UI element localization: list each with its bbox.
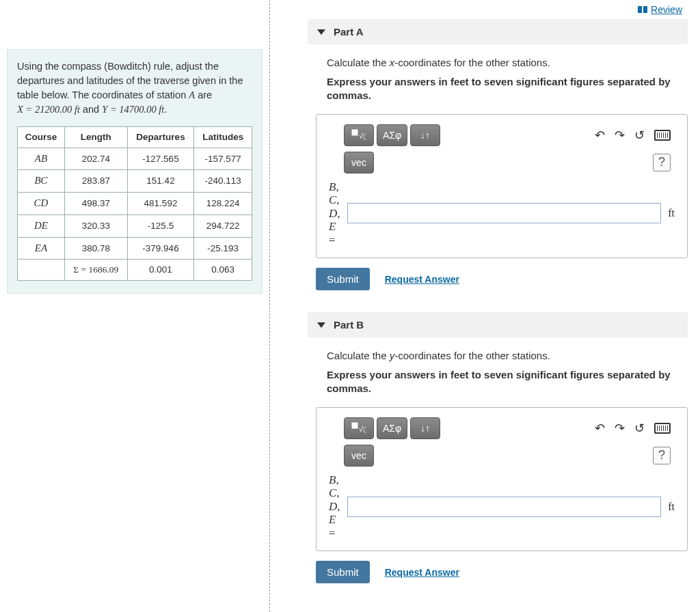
reset-icon[interactable]: ↺ xyxy=(634,128,645,143)
vec-group: vec xyxy=(344,152,374,173)
reset-icon[interactable]: ↺ xyxy=(634,421,645,436)
svg-text:√▢: √▢ xyxy=(359,425,366,433)
review-link[interactable]: Review xyxy=(308,0,688,15)
part-b-answer-box: √▢ ΑΣφ ↓↑ ↶ ↷ ↺ vec ? xyxy=(316,407,688,552)
part-a-express: Express your answers in feet to seven si… xyxy=(327,75,688,103)
vec-group: vec xyxy=(344,445,374,467)
cell-sum-dep: 0.001 xyxy=(127,260,194,281)
col-latitudes: Latitudes xyxy=(194,127,252,148)
undo-icon[interactable]: ↶ xyxy=(595,421,605,436)
cell-lat: -25.193 xyxy=(194,237,252,260)
keyboard-icon[interactable] xyxy=(654,130,671,141)
col-course: Course xyxy=(18,127,65,148)
table-row: CD 498.37 481.592 128.224 xyxy=(18,193,252,215)
cell-length: 283.87 xyxy=(64,170,127,193)
part-a-header[interactable]: Part A xyxy=(308,19,688,44)
svg-rect-2 xyxy=(352,423,358,428)
part-b-express: Express your answers in feet to seven si… xyxy=(327,368,688,396)
review-label: Review xyxy=(651,4,682,15)
toolbar-right: ↶ ↷ ↺ xyxy=(595,421,671,436)
part-a-answer-box: √▢ ΑΣφ ↓↑ ↶ ↷ ↺ vec ? xyxy=(316,114,688,259)
cell-lat: 294.722 xyxy=(194,214,252,237)
problem-info-box: Using the compass (Bowditch) rule, adjus… xyxy=(7,49,262,294)
part-a-title: Part A xyxy=(334,26,364,38)
cell-dep: -127.565 xyxy=(127,148,194,170)
request-answer-b[interactable]: Request Answer xyxy=(385,567,459,578)
vec-button[interactable]: vec xyxy=(344,152,374,173)
request-answer-a[interactable]: Request Answer xyxy=(385,274,459,285)
greek-button[interactable]: ΑΣφ xyxy=(377,124,407,146)
cell-length: 320.33 xyxy=(64,214,127,237)
help-button[interactable]: ? xyxy=(653,154,671,171)
help-button[interactable]: ? xyxy=(653,447,671,464)
var-labels-b: B,C,D,E= xyxy=(329,473,340,540)
cell-sum-lat: 0.063 xyxy=(194,260,252,281)
col-length: Length xyxy=(64,127,127,148)
redo-icon[interactable]: ↷ xyxy=(615,421,625,436)
unit-b: ft xyxy=(668,501,675,513)
part-b-prompt: Calculate the y-coordinates for the othe… xyxy=(327,350,688,361)
toolbar-left: √▢ ΑΣφ ↓↑ xyxy=(344,417,440,439)
chevron-down-icon xyxy=(317,29,325,35)
greek-button[interactable]: ΑΣφ xyxy=(377,417,407,439)
cell-lat: -157.577 xyxy=(194,148,252,170)
intro-text-2: are xyxy=(198,89,212,100)
eq-X: X = 21200.00 ft xyxy=(17,104,80,115)
cell-lat: 128.224 xyxy=(194,193,252,215)
book-icon xyxy=(637,5,648,14)
cell-dep: 481.592 xyxy=(127,193,194,215)
submit-button-b[interactable]: Submit xyxy=(316,561,370,583)
undo-icon[interactable]: ↶ xyxy=(595,128,605,143)
cell-dep: 151.42 xyxy=(127,170,194,193)
part-b-title: Part B xyxy=(334,319,364,331)
updown-button[interactable]: ↓↑ xyxy=(410,124,440,146)
cell-course: BC xyxy=(18,170,65,193)
template-icon: √▢ xyxy=(351,422,366,434)
var-labels-a: B,C,D,E= xyxy=(329,180,340,247)
answer-input-a[interactable] xyxy=(347,203,662,223)
updown-button[interactable]: ↓↑ xyxy=(410,417,440,439)
table-row: AB 202.74 -127.565 -157.577 xyxy=(18,148,252,170)
problem-statement-panel: Using the compass (Bowditch) rule, adjus… xyxy=(0,0,270,612)
traverse-table: Course Length Departures Latitudes AB 20… xyxy=(17,126,252,281)
part-a-prompt: Calculate the x-coordinates for the othe… xyxy=(327,57,688,68)
prompt-pre: Calculate the xyxy=(327,350,390,361)
cell-lat: -240.113 xyxy=(194,170,252,193)
col-departures: Departures xyxy=(127,127,194,148)
cell-course: AB xyxy=(18,148,65,170)
station-A-symbol: A xyxy=(189,89,195,100)
prompt-pre: Calculate the xyxy=(327,57,390,68)
table-header-row: Course Length Departures Latitudes xyxy=(18,127,252,148)
redo-icon[interactable]: ↷ xyxy=(615,128,625,143)
prompt-post: -coordinates for the other stations. xyxy=(394,350,550,361)
cell-dep: -125.5 xyxy=(127,214,194,237)
cell-course: EA xyxy=(18,237,65,260)
cell-course: CD xyxy=(18,193,65,215)
intro-period: . xyxy=(164,104,167,115)
templates-button[interactable]: √▢ xyxy=(344,417,374,439)
table-row: DE 320.33 -125.5 294.722 xyxy=(18,214,252,237)
toolbar-right: ↶ ↷ ↺ xyxy=(595,128,671,143)
svg-text:√▢: √▢ xyxy=(359,132,366,140)
prompt-post: -coordinates for the other stations. xyxy=(394,57,550,68)
table-row: BC 283.87 151.42 -240.113 xyxy=(18,170,252,193)
cell-blank xyxy=(18,260,65,281)
template-icon: √▢ xyxy=(351,129,366,141)
cell-dep: -379.946 xyxy=(127,237,194,260)
cell-length: 202.74 xyxy=(64,148,127,170)
answer-input-b[interactable] xyxy=(347,497,662,517)
cell-sigma: Σ = 1686.09 xyxy=(64,260,127,281)
eq-Y: Y = 14700.00 ft xyxy=(102,104,164,115)
table-row: EA 380.78 -379.946 -25.193 xyxy=(18,237,252,260)
templates-button[interactable]: √▢ xyxy=(344,124,374,146)
cell-length: 380.78 xyxy=(64,237,127,260)
intro-and: and xyxy=(83,104,102,115)
part-b-header[interactable]: Part B xyxy=(308,312,688,337)
toolbar-left: √▢ ΑΣφ ↓↑ xyxy=(344,124,440,146)
submit-button-a[interactable]: Submit xyxy=(316,268,370,290)
svg-rect-0 xyxy=(352,130,358,135)
chevron-down-icon xyxy=(317,322,325,328)
keyboard-icon[interactable] xyxy=(654,423,671,434)
table-sum-row: Σ = 1686.09 0.001 0.063 xyxy=(18,260,252,281)
vec-button[interactable]: vec xyxy=(344,445,374,467)
